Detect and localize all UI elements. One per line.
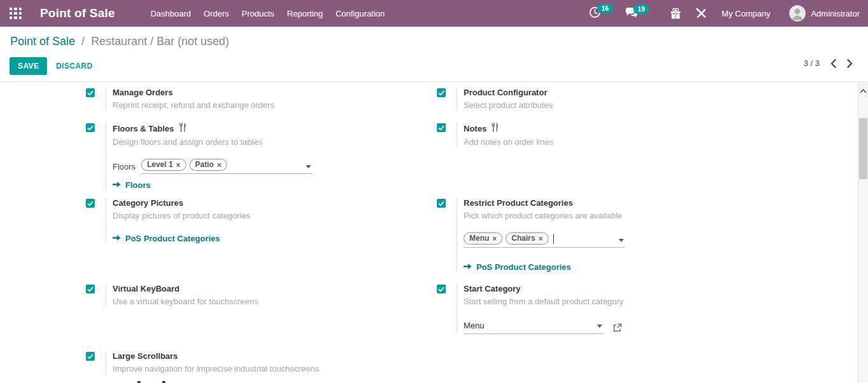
setting-description: Design floors and assign orders to table…	[113, 137, 438, 147]
setting-description: Add notes on order lines	[464, 137, 789, 147]
scrollbar-up-arrow-icon[interactable]	[860, 84, 867, 96]
setting-description: Start selling from a default product cat…	[464, 297, 789, 307]
activity-count-badge: 16	[597, 4, 613, 13]
setting-product-configurator: Product Configurator Select product attr…	[437, 88, 789, 111]
menu-orders[interactable]: Orders	[203, 6, 229, 21]
floors-link[interactable]: Floors	[113, 180, 438, 190]
pos-product-categories-link[interactable]: PoS Product Categories	[113, 234, 438, 243]
main-menu: Dashboard Orders Products Reporting Conf…	[151, 6, 385, 21]
checkbox-restrict-categories[interactable]	[437, 199, 446, 208]
external-link-icon[interactable]	[613, 323, 622, 332]
start-category-select[interactable]: Menu	[464, 321, 603, 334]
remove-tag-icon[interactable]	[539, 235, 543, 243]
dropdown-caret-icon[interactable]	[619, 239, 624, 242]
setting-description: Select product attributes	[464, 100, 789, 111]
checkbox-floors-tables[interactable]	[86, 123, 95, 132]
breadcrumb-current: Restaurant / Bar (not used)	[91, 35, 229, 48]
breadcrumb-link-pos[interactable]: Point of Sale	[10, 35, 75, 48]
dropdown-caret-icon[interactable]	[597, 325, 602, 328]
utensils-icon	[491, 123, 499, 135]
tag-level-1: Level 1	[141, 159, 186, 171]
apps-grid-icon[interactable]	[10, 8, 22, 20]
tag-menu: Menu	[464, 232, 502, 245]
floors-field-label: Floors	[113, 162, 135, 171]
restrict-categories-tags-input[interactable]: Menu Chairs	[464, 232, 625, 248]
setting-restrict-product-categories: Restrict Product Categories Pick which p…	[437, 198, 789, 272]
pos-product-categories-link[interactable]: PoS Product Categories	[464, 262, 789, 272]
menu-products[interactable]: Products	[242, 6, 274, 21]
tag-patio: Patio	[189, 159, 227, 171]
dropdown-caret-icon[interactable]	[306, 165, 311, 168]
user-avatar[interactable]	[789, 5, 806, 22]
pager-previous-icon[interactable]	[830, 59, 836, 68]
setting-notes: Notes Add notes on order lines	[437, 123, 789, 147]
pos-settings-page: Point of Sale Dashboard Orders Products …	[0, 0, 868, 383]
save-button[interactable]: SAVE	[10, 57, 47, 75]
checkbox-category-pictures[interactable]	[86, 199, 95, 208]
arrow-right-icon	[113, 180, 121, 190]
setting-description: Display pictures of product categories	[113, 211, 438, 221]
remove-tag-icon[interactable]	[217, 161, 221, 169]
remove-tag-icon[interactable]	[492, 235, 497, 243]
setting-virtual-keyboard: Virtual KeyBoard Use a virtual keyboard …	[86, 284, 438, 307]
pager-next-icon[interactable]	[847, 59, 853, 68]
setting-description: Pick which product categories are availa…	[464, 211, 789, 221]
tag-chairs: Chairs	[506, 232, 548, 245]
start-category-value: Menu	[464, 321, 485, 330]
company-switcher[interactable]: My Company	[722, 9, 771, 18]
checkbox-large-scrollbars[interactable]	[86, 352, 95, 361]
setting-category-pictures: Category Pictures Display pictures of pr…	[86, 198, 438, 243]
setting-title: Virtual KeyBoard	[113, 284, 438, 294]
menu-configuration[interactable]: Configuration	[336, 6, 385, 21]
vertical-scrollbar[interactable]	[858, 82, 868, 383]
pager-value: 3 / 3	[804, 58, 820, 68]
setting-start-category: Start Category Start selling from a defa…	[437, 284, 789, 334]
setting-title: Manage Orders	[113, 88, 438, 98]
checkbox-manage-orders[interactable]	[86, 88, 95, 97]
control-panel-divider	[0, 81, 868, 82]
activities-button[interactable]: 16	[589, 6, 616, 20]
user-menu[interactable]: Administrator	[811, 9, 860, 18]
arrow-right-icon	[464, 262, 472, 272]
setting-title: Notes	[464, 124, 486, 134]
setting-title: Category Pictures	[113, 198, 438, 208]
setting-title: Restrict Product Categories	[464, 198, 789, 208]
top-navbar: Point of Sale Dashboard Orders Products …	[0, 0, 868, 27]
checkbox-notes[interactable]	[437, 123, 446, 132]
setting-title: Floors & Tables	[113, 124, 174, 134]
setting-large-scrollbars: Large Scrollbars Improve navigation for …	[86, 351, 438, 374]
messages-button[interactable]: 19	[625, 7, 654, 20]
discard-button[interactable]: DISCARD	[52, 57, 96, 75]
menu-reporting[interactable]: Reporting	[287, 6, 322, 21]
tools-icon[interactable]	[696, 8, 707, 19]
utensils-icon	[179, 123, 187, 135]
checkbox-start-category[interactable]	[437, 285, 446, 293]
message-count-badge: 19	[633, 4, 649, 14]
text-cursor	[553, 234, 554, 244]
setting-manage-orders: Manage Orders Reprint receipt, refund an…	[86, 88, 438, 111]
gift-icon[interactable]	[670, 8, 682, 20]
app-title[interactable]: Point of Sale	[40, 6, 115, 20]
setting-description: Use a virtual keyboard for touchscreens	[113, 297, 438, 307]
record-pager: 3 / 3	[804, 58, 853, 68]
breadcrumb: Point of Sale / Restaurant / Bar (not us…	[10, 35, 229, 48]
remove-tag-icon[interactable]	[176, 161, 181, 169]
breadcrumb-separator: /	[81, 35, 85, 48]
setting-title: Large Scrollbars	[113, 351, 438, 361]
checkbox-virtual-keyboard[interactable]	[86, 285, 95, 293]
floors-tags-input[interactable]: Level 1 Patio	[141, 159, 312, 174]
setting-description: Reprint receipt, refund and exchange ord…	[113, 100, 438, 111]
arrow-right-icon	[113, 234, 121, 243]
scrollbar-thumb[interactable]	[859, 118, 867, 179]
setting-title: Product Configurator	[464, 88, 789, 98]
setting-description: Improve navigation for imprecise industr…	[113, 364, 438, 374]
setting-title: Start Category	[464, 284, 789, 294]
menu-dashboard[interactable]: Dashboard	[151, 6, 191, 21]
setting-floors-tables: Floors & Tables Design floors and assign…	[86, 123, 438, 190]
checkbox-product-configurator[interactable]	[437, 88, 446, 97]
topbar-right: 16 19 My Company Administrator	[589, 5, 868, 22]
